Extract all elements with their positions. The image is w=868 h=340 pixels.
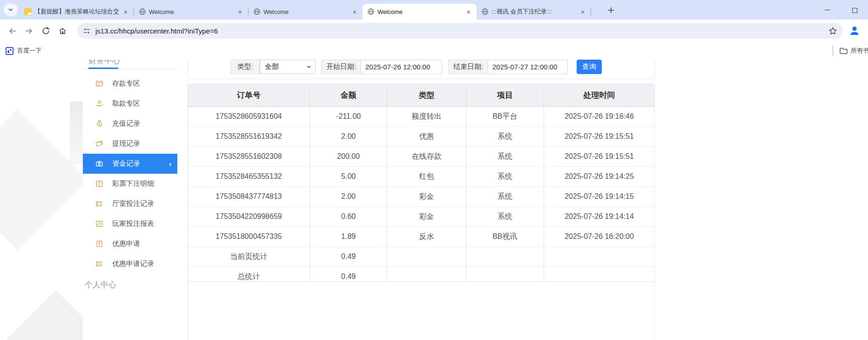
plus-icon [607, 7, 615, 14]
cell-project: 系统 [466, 187, 544, 207]
tab-title: :::视讯 会员下注纪录::: [491, 7, 576, 16]
cell-type: 优惠 [387, 127, 466, 147]
reload-button[interactable] [37, 22, 54, 39]
new-tab-button[interactable] [605, 4, 617, 16]
sidebar-item-player-report[interactable]: 玩家投注报表 [83, 214, 177, 234]
address-bar[interactable]: js13.cc/hhcp/usercenter.html?iniType=6 [77, 23, 843, 39]
cell-project: BB视讯 [466, 227, 544, 247]
minimize-button[interactable] [814, 0, 841, 20]
bookmarks-right-group: 所有书签 [832, 45, 868, 57]
money-bag-icon [95, 120, 103, 128]
table-row: 1753528551619342 2.00 优惠 系统 2025-07-26 1… [188, 127, 654, 147]
end-date-label: 结束日期: [448, 60, 488, 74]
bookmarks-bar: 百度一下 所有书签 [0, 42, 868, 60]
cell-project: BB平台 [466, 107, 544, 127]
browser-toolbar: js13.cc/hhcp/usercenter.html?iniType=6 [0, 20, 868, 42]
tab-title: Welcome [263, 8, 348, 15]
records-table-card: 订单号 金额 类型 项目 处理时间 1753528605931604 -211.… [188, 84, 655, 287]
folder-icon [839, 47, 848, 55]
sidebar-item-label: 厅室投注记录 [112, 199, 154, 208]
close-icon[interactable]: × [121, 7, 130, 16]
type-select[interactable]: 全部 [260, 60, 316, 74]
cell-type: 彩金 [387, 207, 466, 227]
cell-type: 红包 [387, 167, 466, 187]
home-button[interactable] [54, 22, 71, 39]
bookmark-baidu[interactable]: 百度一下 [6, 45, 41, 57]
sidebar-item-label: 充值记录 [112, 119, 140, 128]
filter-row: 类型: 全部 开始日期: 2025-07-26 12:00:00 结束日期: 2… [188, 60, 655, 74]
chart-report-icon [95, 220, 103, 228]
chevron-down-icon [7, 7, 14, 13]
sidebar-item-label: 取款专区 [112, 99, 140, 108]
col-type: 类型 [387, 84, 466, 107]
window-controls [814, 0, 868, 20]
sidebar-item-label: 资金记录 [112, 159, 140, 168]
document-list-icon [95, 180, 103, 188]
sidebar-item-label: 优惠申请 [112, 239, 140, 248]
section-title: 财务中心 [88, 60, 120, 66]
tab-search-button[interactable] [4, 3, 18, 16]
globe-icon [139, 8, 146, 15]
table-header-row: 订单号 金额 类型 项目 处理时间 [188, 84, 654, 107]
sidebar-item-label: 玩家投注报表 [112, 219, 154, 228]
sidebar-item-recharge-record[interactable]: 充值记录 [83, 114, 177, 134]
cell-order-id: 1753528465355132 [188, 167, 310, 187]
sidebar-item-withdraw-record[interactable]: 提现记录 [83, 134, 177, 154]
cell-project: 系统 [466, 207, 544, 227]
col-order-id: 订单号 [188, 84, 310, 107]
all-bookmarks-label: 所有书签 [851, 47, 868, 55]
cell-amount: 5.00 [310, 167, 387, 187]
coupon-icon [95, 240, 103, 248]
sidebar-item-room-bets[interactable]: 厅室投注记录 [83, 194, 177, 214]
sidebar-item-fund-record[interactable]: 资金记录 › [83, 154, 177, 174]
all-bookmarks-button[interactable]: 所有书签 [839, 47, 868, 55]
cell-order-id: 1753528605931604 [188, 107, 310, 127]
sidebar-item-promo-apply[interactable]: 优惠申请 [83, 234, 177, 254]
tab-forum[interactable]: 【新提醒】海燕策略论坛综合交 × [20, 4, 134, 20]
table-row: 1753528465355132 5.00 红包 系统 2025-07-26 1… [188, 167, 654, 187]
tab-welcome-2[interactable]: Welcome × [249, 4, 363, 20]
back-icon [8, 27, 17, 35]
active-section-underline [88, 68, 118, 69]
search-button[interactable]: 查询 [577, 60, 602, 74]
type-select-value: 全部 [265, 62, 279, 71]
table-body: 1753528605931604 -211.00 额度转出 BB平台 2025-… [188, 107, 654, 287]
restore-button[interactable] [841, 0, 868, 20]
profile-button[interactable] [848, 24, 861, 38]
site-info-icon[interactable] [83, 27, 91, 35]
minimize-icon [825, 10, 830, 10]
close-icon[interactable]: × [236, 7, 244, 16]
sidebar-item-promo-record[interactable]: 优惠申请记录 [83, 254, 177, 274]
cell-order-id: 1753528551619342 [188, 127, 310, 147]
close-icon[interactable]: × [350, 7, 359, 16]
sidebar-item-withdraw[interactable]: 取款专区 [83, 94, 177, 114]
cell-order-id: 1753528551602308 [188, 147, 310, 167]
list-icon [95, 200, 103, 208]
tab-welcome-active[interactable]: Welcome × [363, 4, 477, 20]
close-icon[interactable]: × [464, 7, 473, 16]
close-icon[interactable]: × [579, 7, 587, 16]
cell-process-time: 2025-07-26 16:20:00 [544, 227, 655, 247]
cell-order-id: 1753508437774813 [188, 187, 310, 207]
cell-process-time: 2025-07-26 19:15:51 [544, 127, 655, 147]
cell-project [466, 247, 544, 267]
forward-button[interactable] [20, 22, 37, 39]
table-row: 1753504220998659 0.60 彩金 系统 2025-07-26 1… [188, 207, 654, 227]
start-date-input[interactable]: 2025-07-26 12:00:00 [361, 60, 442, 74]
bookmark-star-icon[interactable] [828, 27, 837, 35]
cards-stack-icon [95, 140, 103, 148]
sidebar-item-deposit[interactable]: 存款专区 [83, 74, 177, 94]
cell-amount: 1.89 [310, 227, 387, 247]
end-date-input[interactable]: 2025-07-27 12:00:00 [488, 60, 568, 74]
hand-money-icon [95, 100, 103, 108]
tab-title: 【新提醒】海燕策略论坛综合交 [34, 7, 119, 16]
sidebar-item-lottery-bets[interactable]: 彩票下注明细 [83, 174, 177, 194]
sidebar: 财务中心 存款专区 取款专区 充值记录 提现记录 资金记录 [83, 60, 177, 340]
col-process-time: 处理时间 [544, 84, 655, 107]
tab-welcome-1[interactable]: Welcome × [134, 4, 248, 20]
cell-amount: 0.60 [310, 207, 387, 227]
forward-icon [25, 27, 34, 35]
pagination-panel [188, 281, 655, 340]
back-button[interactable] [4, 22, 20, 39]
tab-betting-record[interactable]: :::视讯 会员下注纪录::: × [477, 4, 591, 20]
